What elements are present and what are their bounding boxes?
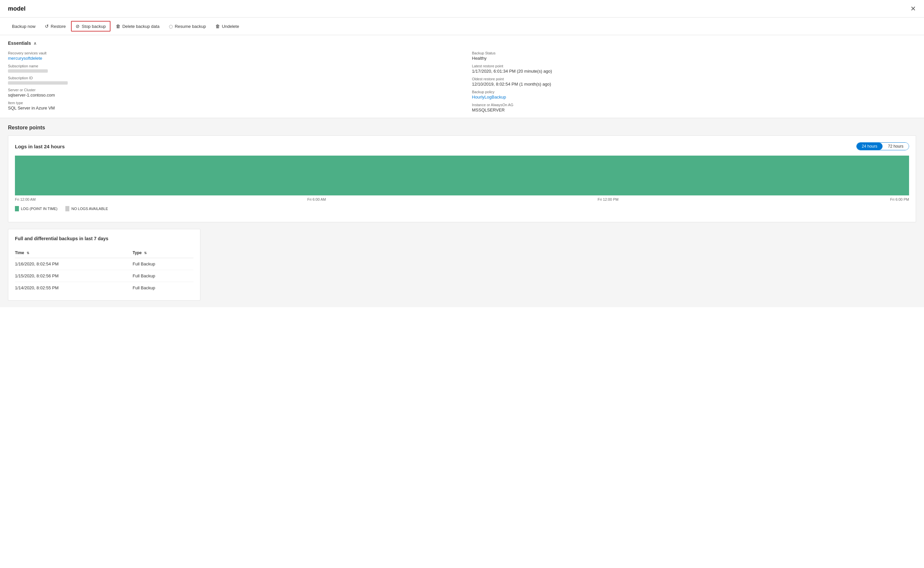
stop-backup-label: Stop backup xyxy=(82,24,106,29)
subscription-name-label: Subscription name xyxy=(8,64,452,68)
oldest-restore-value: 12/10/2019, 8:02:54 PM (1 month(s) ago) xyxy=(472,82,916,87)
restore-card-header: Logs in last 24 hours 24 hours 72 hours xyxy=(15,142,909,150)
essentials-item-backup-policy: Backup policy HourlyLogBackup xyxy=(472,90,916,100)
table-header-row: Time ⇅ Type ⇅ xyxy=(15,248,193,258)
legend-color-green xyxy=(15,206,19,211)
essentials-item-oldest-restore: Oldest restore point 12/10/2019, 8:02:54… xyxy=(472,77,916,87)
backup-now-button[interactable]: Backup now xyxy=(8,22,39,31)
table-cell-time: 1/16/2020, 8:02:54 PM xyxy=(15,258,133,270)
time-column-header[interactable]: Time ⇅ xyxy=(15,248,133,258)
chart-label-1: Fri 6:00 AM xyxy=(307,197,326,201)
essentials-item-server: Server or Cluster sqlserver-1.contoso.co… xyxy=(8,88,452,98)
latest-restore-value: 1/17/2020, 6:01:34 PM (20 minute(s) ago) xyxy=(472,69,916,74)
backup-policy-label: Backup policy xyxy=(472,90,916,94)
subscription-name-placeholder xyxy=(8,69,48,73)
essentials-item-backup-status: Backup Status Healthy xyxy=(472,51,916,61)
main-window: model ✕ Backup now ↺ Restore ⊘ Stop back… xyxy=(0,0,924,568)
subscription-id-placeholder xyxy=(8,81,68,85)
type-column-label: Type xyxy=(133,251,142,255)
table-cell-time: 1/14/2020, 8:02:55 PM xyxy=(15,282,133,294)
chart-bar-container xyxy=(15,156,909,195)
table-card-title: Full and differential backups in last 7 … xyxy=(15,236,193,241)
server-label: Server or Cluster xyxy=(8,88,452,92)
chart-legend: LOG (POINT IN TIME) NO LOGS AVAILABLE xyxy=(15,206,909,211)
backup-status-label: Backup Status xyxy=(472,51,916,55)
restore-label: Restore xyxy=(51,24,66,29)
essentials-title: Essentials xyxy=(8,41,31,46)
delete-backup-label: Delete backup data xyxy=(122,24,160,29)
table-cell-type: Full Backup xyxy=(133,258,193,270)
delete-icon: 🗑 xyxy=(116,24,121,29)
table-row: 1/14/2020, 8:02:55 PMFull Backup xyxy=(15,282,193,294)
restore-icon: ↺ xyxy=(45,24,49,29)
essentials-chevron-icon: ∧ xyxy=(33,41,37,46)
undelete-button[interactable]: 🗑 Undelete xyxy=(211,21,243,31)
undelete-icon: 🗑 xyxy=(215,24,220,29)
chart-labels: Fri 12:00 AM Fri 6:00 AM Fri 12:00 PM Fr… xyxy=(15,195,909,203)
24-hours-button[interactable]: 24 hours xyxy=(857,143,883,150)
table-cell-time: 1/15/2020, 8:02:56 PM xyxy=(15,270,133,282)
essentials-item-subscription-name: Subscription name xyxy=(8,64,452,73)
item-type-value: SQL Server in Azure VM xyxy=(8,106,452,110)
server-value: sqlserver-1.contoso.com xyxy=(8,92,452,98)
item-type-label: Item type xyxy=(8,101,452,105)
essentials-item-subscription-id: Subscription ID xyxy=(8,76,452,85)
essentials-right-column: Backup Status Healthy Latest restore poi… xyxy=(472,51,916,112)
type-sort-icon: ⇅ xyxy=(144,251,146,255)
chart-green-bar xyxy=(15,156,909,195)
type-column-header[interactable]: Type ⇅ xyxy=(133,248,193,258)
undelete-label: Undelete xyxy=(222,24,239,29)
title-bar: model ✕ xyxy=(0,0,924,18)
restore-points-card: Logs in last 24 hours 24 hours 72 hours … xyxy=(8,135,916,222)
resume-icon: ◌ xyxy=(169,24,173,29)
resume-backup-label: Resume backup xyxy=(175,24,206,29)
backup-policy-value[interactable]: HourlyLogBackup xyxy=(472,95,916,100)
restore-points-title: Restore points xyxy=(8,125,916,131)
table-cell-type: Full Backup xyxy=(133,270,193,282)
latest-restore-label: Latest restore point xyxy=(472,64,916,68)
legend-item-log: LOG (POINT IN TIME) xyxy=(15,206,57,211)
table-card: Full and differential backups in last 7 … xyxy=(8,229,201,301)
backup-status-value: Healthy xyxy=(472,56,916,61)
chart-label-3: Fri 6:00 PM xyxy=(890,197,909,201)
stop-backup-button[interactable]: ⊘ Stop backup xyxy=(71,21,110,32)
time-sort-icon: ⇅ xyxy=(27,251,29,255)
legend-color-gray xyxy=(65,206,69,211)
main-content: Restore points Logs in last 24 hours 24 … xyxy=(0,118,924,307)
vault-label: Recovery services vault xyxy=(8,51,452,55)
close-button[interactable]: ✕ xyxy=(910,5,916,13)
legend-item-no-logs: NO LOGS AVAILABLE xyxy=(65,206,108,211)
legend-label-no-logs: NO LOGS AVAILABLE xyxy=(71,207,108,211)
chart-area: Fri 12:00 AM Fri 6:00 AM Fri 12:00 PM Fr… xyxy=(15,156,909,211)
time-toggle: 24 hours 72 hours xyxy=(856,142,909,150)
essentials-item-type: Item type SQL Server in Azure VM xyxy=(8,101,452,110)
oldest-restore-label: Oldest restore point xyxy=(472,77,916,81)
chart-label-2: Fri 12:00 PM xyxy=(598,197,618,201)
instance-label: Instance or AlwaysOn AG xyxy=(472,103,916,107)
essentials-item-vault: Recovery services vault mercurysoftdelet… xyxy=(8,51,452,61)
restore-button[interactable]: ↺ Restore xyxy=(41,21,70,31)
essentials-header[interactable]: Essentials ∧ xyxy=(8,41,916,46)
essentials-left-column: Recovery services vault mercurysoftdelet… xyxy=(8,51,452,112)
essentials-grid: Recovery services vault mercurysoftdelet… xyxy=(8,51,916,112)
vault-value[interactable]: mercurysoftdelete xyxy=(8,56,452,61)
backups-table: Time ⇅ Type ⇅ 1/16/2020, 8:02:54 PMFull … xyxy=(15,248,193,294)
toolbar: Backup now ↺ Restore ⊘ Stop backup 🗑 Del… xyxy=(0,18,924,35)
essentials-item-latest-restore: Latest restore point 1/17/2020, 6:01:34 … xyxy=(472,64,916,74)
backup-now-label: Backup now xyxy=(12,24,36,29)
window-title: model xyxy=(8,5,26,12)
table-row: 1/15/2020, 8:02:56 PMFull Backup xyxy=(15,270,193,282)
stop-backup-icon: ⊘ xyxy=(75,24,80,29)
72-hours-button[interactable]: 72 hours xyxy=(883,143,909,150)
subscription-id-label: Subscription ID xyxy=(8,76,452,80)
table-row: 1/16/2020, 8:02:54 PMFull Backup xyxy=(15,258,193,270)
essentials-section: Essentials ∧ Recovery services vault mer… xyxy=(0,35,924,118)
logs-chart-title: Logs in last 24 hours xyxy=(15,144,65,149)
instance-value: MSSQLSERVER xyxy=(472,107,916,112)
chart-label-0: Fri 12:00 AM xyxy=(15,197,36,201)
resume-backup-button[interactable]: ◌ Resume backup xyxy=(165,21,210,31)
legend-label-log: LOG (POINT IN TIME) xyxy=(21,207,57,211)
delete-backup-data-button[interactable]: 🗑 Delete backup data xyxy=(112,21,163,31)
table-cell-type: Full Backup xyxy=(133,282,193,294)
time-column-label: Time xyxy=(15,251,24,255)
